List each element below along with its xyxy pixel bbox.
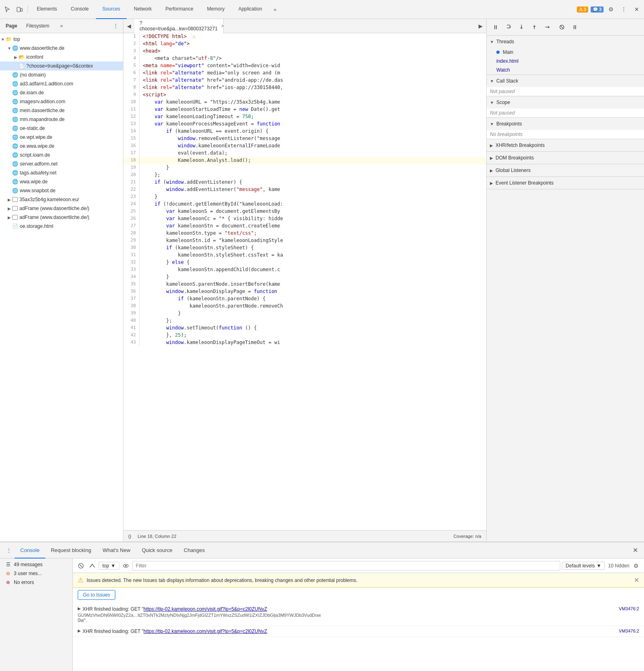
code-line-27[interactable]: 27 var kameleoonStn = document.createEle… <box>123 223 486 230</box>
close-devtools-icon[interactable]: ✕ <box>631 4 642 15</box>
code-line-25[interactable]: 25 var kameleoonS = document.getElements… <box>123 208 486 215</box>
code-line-14[interactable]: 14 if (kameleoonURL == event.origin) { <box>123 128 486 135</box>
tab-filesystem[interactable]: Filesystem <box>22 20 53 32</box>
more-tabs-icon[interactable]: » <box>269 4 281 15</box>
code-line-20[interactable]: 20 }; <box>123 172 486 179</box>
code-line-41[interactable]: 41 window.setTimeout(function () { <box>123 325 486 332</box>
code-line-43[interactable]: 43 window.kameleoonDisplayPageTimeOut = … <box>123 339 486 346</box>
scope-header[interactable]: ▼ Scope <box>487 96 644 108</box>
code-line-38[interactable]: 38 kameleoonStn.parentNode.removeCh <box>123 303 486 310</box>
tree-item-4[interactable]: 📄?choose=true&page=0&contex <box>0 62 123 70</box>
default-levels-select[interactable]: Default levels ▼ <box>562 562 605 570</box>
code-line-30[interactable]: 30 if (kameleoonStn.styleSheet) { <box>123 244 486 252</box>
close-bottom-panel-icon[interactable]: ✕ <box>629 542 641 558</box>
stat-row-messages[interactable]: ☰ 49 messages <box>0 560 72 569</box>
go-to-issues-button[interactable]: Go to Issues <box>78 590 115 600</box>
tree-item-18[interactable]: 🌐www.snapbot.de <box>0 186 123 195</box>
source-file-tab[interactable]: ?choose=true&pa...kw=08003273271 ✕ <box>135 19 224 33</box>
tree-item-5[interactable]: 🌐(no domain) <box>0 70 123 79</box>
tree-item-20[interactable]: ▶adFrame (www.dasoertliche.de/) <box>0 204 123 213</box>
tree-item-13[interactable]: 🌐oe.wwa.wipe.de <box>0 142 123 151</box>
position-status[interactable]: Line 18, Column 22 <box>138 534 176 539</box>
vm-link-2[interactable]: VM3476:2 <box>619 629 639 633</box>
tree-item-15[interactable]: 🌐server.adform.net <box>0 159 123 168</box>
code-line-16[interactable]: 16 window.kameleoonExternalIFrameLoade <box>123 142 486 150</box>
code-line-24[interactable]: 24 if (!document.getElementById("kameleo… <box>123 201 486 208</box>
code-line-34[interactable]: 34 } <box>123 274 486 281</box>
eye-icon[interactable] <box>121 561 131 571</box>
step-into-icon[interactable] <box>516 21 527 33</box>
code-line-18[interactable]: 18 Kameleoon.Analyst.load(); <box>123 157 486 164</box>
tree-item-1[interactable]: ▼📁top <box>0 35 123 44</box>
event-breakpoints-header[interactable]: ▶ Event Listener Breakpoints <box>487 177 644 189</box>
code-line-32[interactable]: 32 } else { <box>123 259 486 266</box>
code-line-33[interactable]: 33 kameleoonStn.appendChild(document.c <box>123 266 486 274</box>
tab-quick-source[interactable]: Quick source <box>136 542 178 558</box>
watch-link[interactable]: Watch <box>487 66 644 74</box>
code-line-9[interactable]: 9<script> <box>123 91 486 99</box>
call-stack-header[interactable]: ▼ Call Stack <box>487 75 644 87</box>
pause-resume-icon[interactable]: ⏸ <box>490 21 501 33</box>
tab-elements[interactable]: Elements <box>30 0 64 19</box>
tab-request-blocking[interactable]: Request blocking <box>45 542 97 558</box>
vm-link-1[interactable]: VM3476:2 <box>619 606 639 611</box>
code-line-26[interactable]: 26 var kameleoonCc = "* { visibility: hi… <box>123 215 486 223</box>
code-line-2[interactable]: 2<html lang="de"> <box>123 40 486 48</box>
tab-history-forward-icon[interactable]: ▶ <box>475 19 486 33</box>
xhr-breakpoints-header[interactable]: ▶ XHR/fetch Breakpoints <box>487 139 644 151</box>
code-line-8[interactable]: 8<link rel="alternate" href="ios-app://3… <box>123 84 486 91</box>
breakpoints-header[interactable]: ▼ Breakpoints <box>487 118 644 130</box>
tree-item-19[interactable]: ▶35ax3z5b4g.kameleoon.eu/ <box>0 195 123 204</box>
err-badge[interactable]: 💬 3 <box>591 6 604 13</box>
code-line-21[interactable]: 21 if (window.addEventListener) { <box>123 179 486 186</box>
code-line-6[interactable]: 6<link rel="alternate" media="only scree… <box>123 70 486 77</box>
code-line-11[interactable]: 11 var kameleoonStartLoadTime = new Date… <box>123 106 486 113</box>
pause-on-exception-icon[interactable]: ⏸ <box>569 21 580 33</box>
thread-main[interactable]: Main <box>487 48 644 57</box>
expand-msg-2-icon[interactable]: ▶ <box>78 629 81 633</box>
stat-row-no-errors[interactable]: ⊗ No errors <box>0 578 72 587</box>
code-area[interactable]: 1<!DOCTYPE html> ⚠2<html lang="de">3<hea… <box>123 33 486 530</box>
code-line-40[interactable]: 40 }; <box>123 317 486 325</box>
code-line-3[interactable]: 3<head> <box>123 48 486 55</box>
code-line-35[interactable]: 35 kameleoonS.parentNode.insertBefore(ka… <box>123 281 486 288</box>
tab-page[interactable]: Page <box>2 20 21 32</box>
code-line-31[interactable]: 31 kameleoonStn.styleSheet.cssText = ka <box>123 252 486 259</box>
tree-item-10[interactable]: 🌐mm.mapandroute.de <box>0 115 123 124</box>
tree-item-16[interactable]: 🌐tags.adsafety.net <box>0 168 123 177</box>
code-line-7[interactable]: 7<link rel="alternate" href="android-app… <box>123 77 486 84</box>
code-line-23[interactable]: 23 } <box>123 193 486 201</box>
threads-header[interactable]: ▼ Threads <box>487 36 644 48</box>
code-line-42[interactable]: 42 }, 25); <box>123 332 486 339</box>
step-out-icon[interactable] <box>529 21 540 33</box>
console-filter-input[interactable] <box>132 561 561 571</box>
code-line-36[interactable]: 36 window.kameleoonDisplayPage = functio… <box>123 288 486 295</box>
stat-row-user-messages[interactable]: ⊖ 3 user mes... <box>0 569 72 578</box>
tab-changes[interactable]: Changes <box>178 542 210 558</box>
tree-item-14[interactable]: 🌐script.ioam.de <box>0 151 123 159</box>
code-line-29[interactable]: 29 kameleoonStn.id = "kameleoonLoadingSt… <box>123 237 486 244</box>
xhr-link-2[interactable]: https://tlp-02.kameleoon.com/visit.gif?l… <box>144 629 267 634</box>
code-line-10[interactable]: 10 var kameleoonURL = "https://35ax3z5b4… <box>123 99 486 106</box>
code-line-5[interactable]: 5<meta name="viewport" content="width=de… <box>123 62 486 70</box>
tab-console[interactable]: Console <box>64 0 95 19</box>
code-line-15[interactable]: 15 window.removeEventListener("message <box>123 135 486 142</box>
more-left-tabs-icon[interactable]: » <box>56 20 67 32</box>
tree-item-2[interactable]: ▼🌐www.dasoertliche.de <box>0 44 123 53</box>
more-options-icon[interactable]: ⋮ <box>618 4 629 15</box>
tree-item-8[interactable]: 🌐imagesrv.adition.com <box>0 97 123 106</box>
tree-item-6[interactable]: 🌐ad3.adfarm1.adition.com <box>0 79 123 88</box>
dom-breakpoints-header[interactable]: ▶ DOM Breakpoints <box>487 152 644 164</box>
code-line-37[interactable]: 37 if (kameleoonStn.parentNode) { <box>123 295 486 303</box>
issues-close-icon[interactable]: ✕ <box>634 576 639 584</box>
code-line-39[interactable]: 39 } <box>123 310 486 317</box>
deactivate-breakpoints-icon[interactable] <box>556 21 568 33</box>
tab-network[interactable]: Network <box>127 0 158 19</box>
tree-item-9[interactable]: 🌐mein.dasoertliche.de <box>0 106 123 115</box>
bottom-panel-menu-icon[interactable]: ⋮ <box>3 542 15 558</box>
tree-item-3[interactable]: ▶📂iconfont <box>0 53 123 62</box>
warn-badge[interactable]: ⚠ 3 <box>577 6 588 13</box>
settings-icon[interactable]: ⚙ <box>605 4 616 15</box>
format-code-button[interactable]: {} <box>128 534 131 539</box>
device-icon[interactable] <box>14 4 25 15</box>
